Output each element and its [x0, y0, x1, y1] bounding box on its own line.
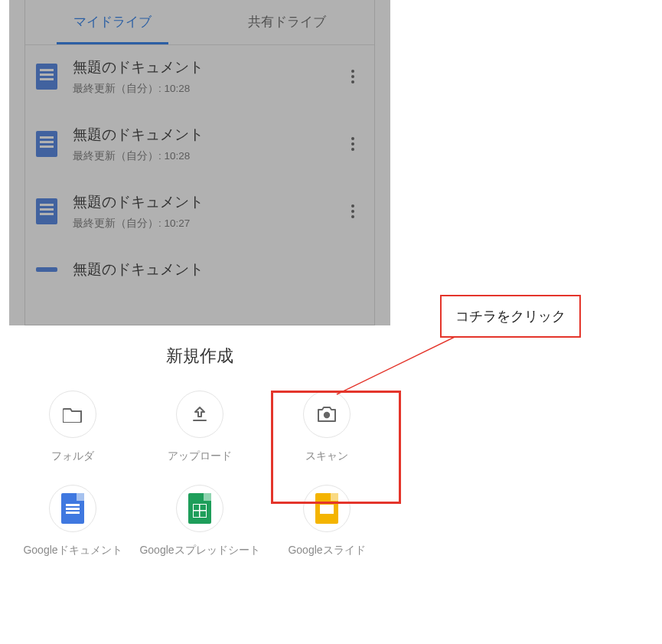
stage: マイドライブ 共有ドライブ 無題のドキュメント 最終更新（自分）: 10:28 …	[0, 0, 662, 644]
more-icon[interactable]	[342, 67, 364, 86]
file-title: 無題のドキュメント	[73, 192, 342, 212]
scan-highlight	[271, 391, 401, 504]
create-label: フォルダ	[51, 449, 94, 463]
create-google-doc[interactable]: Googleドキュメント	[9, 485, 136, 557]
file-title: 無題のドキュメント	[73, 57, 342, 77]
docs-icon	[36, 64, 57, 90]
file-text: 無題のドキュメント 最終更新（自分）: 10:28	[73, 125, 342, 163]
file-list: 無題のドキュメント 最終更新（自分）: 10:28 無題のドキュメント 最終更新…	[25, 44, 374, 280]
upload-icon	[176, 391, 223, 438]
file-row[interactable]: 無題のドキュメント	[25, 247, 374, 280]
file-row[interactable]: 無題のドキュメント 最終更新（自分）: 10:28	[25, 45, 374, 113]
file-row[interactable]: 無題のドキュメント 最終更新（自分）: 10:27	[25, 180, 374, 247]
file-text: 無題のドキュメント	[73, 260, 364, 280]
file-text: 無題のドキュメント 最終更新（自分）: 10:27	[73, 192, 342, 230]
file-meta: 最終更新（自分）: 10:28	[73, 149, 342, 163]
file-title: 無題のドキュメント	[73, 260, 364, 280]
file-title: 無題のドキュメント	[73, 125, 342, 145]
google-sheets-icon	[176, 485, 223, 532]
create-label: Googleドキュメント	[23, 543, 122, 557]
create-google-sheet[interactable]: Googleスプレッドシート	[136, 485, 263, 557]
drive-screenshot: マイドライブ 共有ドライブ 無題のドキュメント 最終更新（自分）: 10:28 …	[9, 0, 390, 325]
create-label: アップロード	[168, 449, 232, 463]
file-meta: 最終更新（自分）: 10:27	[73, 217, 342, 230]
google-docs-icon	[49, 485, 96, 532]
drive-window: マイドライブ 共有ドライブ 無題のドキュメント 最終更新（自分）: 10:28 …	[24, 0, 375, 325]
more-icon[interactable]	[342, 135, 364, 153]
docs-icon	[36, 198, 57, 224]
create-label: Googleスプレッドシート	[139, 543, 259, 557]
file-text: 無題のドキュメント 最終更新（自分）: 10:28	[73, 57, 342, 96]
file-row[interactable]: 無題のドキュメント 最終更新（自分）: 10:28	[25, 113, 374, 180]
folder-icon	[49, 391, 96, 438]
file-meta: 最終更新（自分）: 10:28	[73, 82, 342, 96]
more-icon[interactable]	[342, 202, 364, 221]
drive-tabs: マイドライブ 共有ドライブ	[25, 0, 374, 44]
create-label: Googleスライド	[288, 543, 365, 557]
docs-icon	[36, 131, 57, 157]
create-upload[interactable]: アップロード	[136, 391, 263, 463]
create-folder[interactable]: フォルダ	[9, 391, 136, 463]
docs-icon	[36, 267, 57, 272]
tab-my-drive[interactable]: マイドライブ	[25, 0, 200, 44]
tab-shared-drive[interactable]: 共有ドライブ	[200, 0, 374, 44]
callout-box: コチラをクリック	[440, 295, 581, 338]
